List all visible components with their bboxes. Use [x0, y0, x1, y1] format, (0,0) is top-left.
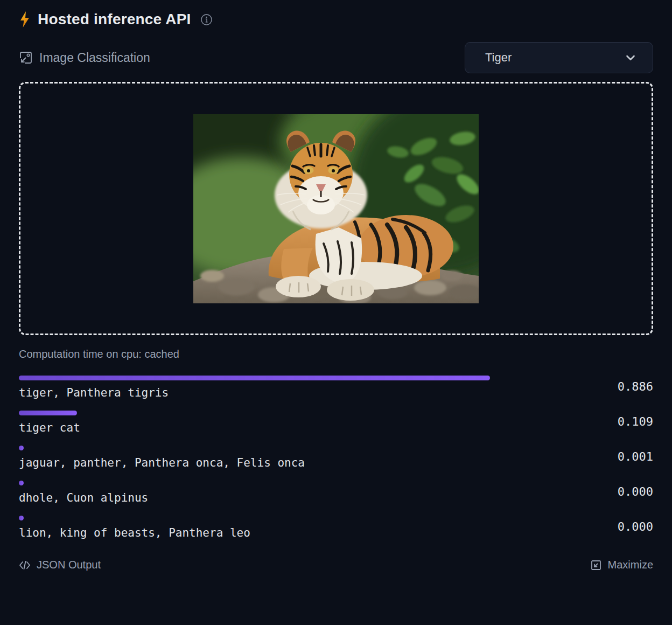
score-bar	[19, 516, 24, 520]
task-row: Image Classification Tiger	[19, 42, 653, 73]
classification-results: tiger, Panthera tigris 0.886 tiger cat 0…	[19, 376, 653, 539]
class-label: tiger cat	[19, 421, 551, 434]
class-score: 0.000	[551, 516, 653, 533]
result-row: lion, king of beasts, Panthera leo 0.000	[19, 516, 653, 539]
json-output-button[interactable]: JSON Output	[19, 559, 101, 571]
example-select[interactable]: Tiger	[465, 42, 653, 73]
maximize-label: Maximize	[608, 559, 653, 571]
widget-footer: JSON Output Maximize	[19, 559, 653, 571]
class-label: lion, king of beasts, Panthera leo	[19, 526, 551, 539]
score-bar	[19, 446, 24, 450]
page-title: Hosted inference API	[38, 11, 191, 28]
class-score: 0.886	[551, 376, 653, 393]
class-label: jaguar, panther, Panthera onca, Felis on…	[19, 456, 551, 469]
result-row: jaguar, panther, Panthera onca, Felis on…	[19, 446, 653, 469]
hosted-inference-widget: Hosted inference API Image Classificatio…	[0, 0, 672, 571]
class-score: 0.001	[551, 446, 653, 463]
result-row: tiger cat 0.109	[19, 411, 653, 434]
json-output-label: JSON Output	[37, 559, 101, 571]
image-classification-icon	[19, 51, 33, 65]
lightning-icon	[19, 11, 31, 28]
class-label: dhole, Cuon alpinus	[19, 491, 551, 504]
chevron-down-icon	[625, 52, 636, 64]
task-label: Image Classification	[39, 51, 150, 65]
image-dropzone[interactable]	[19, 82, 653, 335]
code-icon	[19, 559, 31, 571]
tiger-photo	[193, 114, 479, 303]
class-label: tiger, Panthera tigris	[19, 386, 551, 399]
widget-header: Hosted inference API	[19, 11, 653, 28]
result-row: dhole, Cuon alpinus 0.000	[19, 481, 653, 504]
class-score: 0.000	[551, 481, 653, 498]
result-row: tiger, Panthera tigris 0.886	[19, 376, 653, 399]
class-score: 0.109	[551, 411, 653, 428]
maximize-icon	[590, 559, 602, 571]
maximize-button[interactable]: Maximize	[590, 559, 653, 571]
score-bar	[19, 411, 77, 415]
info-icon[interactable]	[200, 13, 213, 26]
computation-time: Computation time on cpu: cached	[19, 348, 653, 360]
score-bar	[19, 481, 24, 485]
score-bar	[19, 376, 490, 380]
example-select-value: Tiger	[485, 51, 512, 65]
task-label-group: Image Classification	[19, 51, 150, 65]
